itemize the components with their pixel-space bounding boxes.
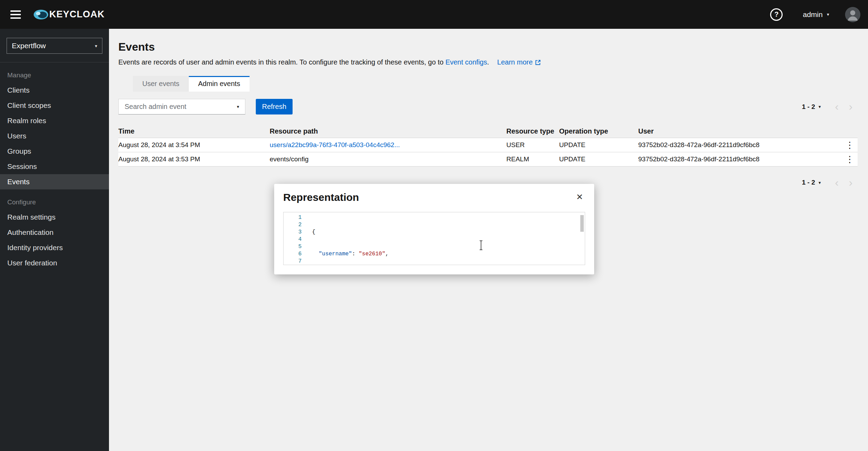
- table-row: August 28, 2024 at 3:54 PM users/a22bc99…: [118, 138, 858, 152]
- keycloak-logo-icon: [33, 7, 51, 22]
- line-number: 6: [284, 250, 302, 258]
- line-number: 7: [284, 258, 302, 265]
- previous-page-button[interactable]: ‹: [830, 176, 844, 189]
- chevron-down-icon[interactable]: ▾: [818, 104, 821, 109]
- sidebar-item-client-scopes[interactable]: Client scopes: [0, 98, 109, 113]
- sidebar-item-user-federation[interactable]: User federation: [0, 255, 109, 271]
- user-menu-label: admin: [803, 10, 823, 19]
- keycloak-logo: KEYCLOAK: [33, 7, 105, 22]
- brand-wordmark: KEYCLOAK: [49, 9, 105, 20]
- code-line: {: [312, 229, 585, 236]
- toolbar: Search admin event ▾ Refresh 1 - 2 ▾ ‹ ›: [118, 99, 858, 114]
- sidebar-item-users[interactable]: Users: [0, 128, 109, 144]
- chevron-down-icon[interactable]: ▾: [818, 180, 821, 185]
- description-text: Events are records of user and admin eve…: [118, 58, 445, 66]
- column-header-resource-path: Resource path: [270, 127, 506, 135]
- admin-events-table: Time Resource path Resource type Operati…: [118, 125, 858, 167]
- line-numbers: 1 2 3 4 5 6 7: [284, 212, 306, 265]
- code-editor[interactable]: 1 2 3 4 5 6 7 { "username": "se2610", "e…: [283, 212, 585, 265]
- learn-more-link[interactable]: Learn more: [497, 58, 541, 66]
- main-content: Events Events are records of user and ad…: [109, 29, 868, 189]
- chevron-down-icon: ▾: [827, 12, 829, 17]
- avatar[interactable]: [845, 7, 860, 22]
- refresh-button[interactable]: Refresh: [256, 99, 293, 114]
- pagination-range[interactable]: 1 - 2: [802, 103, 815, 111]
- cell-time: August 28, 2024 at 3:54 PM: [118, 141, 270, 149]
- column-header-resource-type: Resource type: [506, 127, 559, 135]
- line-number: 4: [284, 236, 302, 243]
- page-description: Events are records of user and admin eve…: [118, 58, 858, 66]
- previous-page-button[interactable]: ‹: [830, 100, 844, 114]
- column-header-operation-type: Operation type: [559, 127, 638, 135]
- code-line: "username": "se2610",: [312, 250, 585, 258]
- learn-more-label: Learn more: [497, 58, 533, 66]
- chevron-down-icon: ▾: [237, 104, 239, 109]
- help-glyph: ?: [774, 10, 778, 18]
- sidebar-item-realm-roles[interactable]: Realm roles: [0, 113, 109, 128]
- text-cursor-icon: [478, 240, 484, 250]
- line-number: 3: [284, 229, 302, 236]
- nav-toggle-icon[interactable]: [8, 8, 24, 22]
- page-title: Events: [118, 41, 858, 53]
- realm-selector[interactable]: Expertflow ▾: [7, 38, 102, 54]
- kebab-menu-icon[interactable]: ⋮: [845, 155, 854, 164]
- sidebar-item-clients[interactable]: Clients: [0, 83, 109, 98]
- sidebar-item-sessions[interactable]: Sessions: [0, 159, 109, 174]
- close-icon[interactable]: ✕: [573, 190, 587, 204]
- pagination-range[interactable]: 1 - 2: [802, 179, 815, 186]
- table-row: August 28, 2024 at 3:53 PM events/config…: [118, 152, 858, 167]
- sidebar: Expertflow ▾ Manage Clients Client scope…: [0, 29, 109, 451]
- nav-section-configure: Configure Realm settings Authentication …: [0, 198, 109, 271]
- next-page-button[interactable]: ›: [844, 176, 858, 189]
- nav-section-title: Manage: [7, 71, 109, 79]
- search-admin-event-select[interactable]: Search admin event ▾: [118, 99, 245, 114]
- sidebar-item-authentication[interactable]: Authentication: [0, 225, 109, 240]
- realm-selector-wrap: Expertflow ▾: [0, 29, 109, 62]
- cell-operation-type: UPDATE: [559, 141, 638, 149]
- resource-path-link[interactable]: users/a22bc99a-76f3-470f-a503-04c4c962..…: [270, 141, 506, 149]
- cell-resource-path: events/config: [270, 155, 506, 163]
- column-header-time: Time: [118, 127, 270, 135]
- modal-title: Representation: [283, 192, 359, 203]
- tabs: User events Admin events: [133, 76, 858, 92]
- next-page-button[interactable]: ›: [844, 100, 858, 114]
- pagination-top: 1 - 2 ▾ ‹ ›: [802, 100, 858, 114]
- code-content: { "username": "se2610", "enabled": true,…: [306, 212, 585, 265]
- tab-admin-events[interactable]: Admin events: [189, 76, 250, 92]
- sidebar-item-realm-settings[interactable]: Realm settings: [0, 210, 109, 225]
- kebab-menu-icon[interactable]: ⋮: [845, 141, 854, 150]
- pagination-bottom: 1 - 2 ▾ ‹ ›: [802, 176, 858, 189]
- representation-modal: Representation ✕ 1 2 3 4 5 6 7 { "userna…: [274, 184, 594, 274]
- cell-time: August 28, 2024 at 3:53 PM: [118, 155, 270, 163]
- scrollbar-thumb[interactable]: [580, 215, 584, 232]
- cell-user: 93752b02-d328-472a-96df-2211d9cf6bc8: [638, 155, 842, 163]
- user-menu[interactable]: admin ▾: [803, 10, 829, 19]
- table-header-row: Time Resource path Resource type Operati…: [118, 125, 858, 138]
- line-number: 1: [284, 214, 302, 221]
- column-header-user: User: [638, 127, 842, 135]
- topbar-actions: ? admin ▾: [770, 7, 868, 22]
- sidebar-item-events[interactable]: Events: [0, 174, 109, 189]
- help-icon[interactable]: ?: [770, 8, 783, 21]
- tab-user-events[interactable]: User events: [133, 76, 189, 92]
- chevron-down-icon: ▾: [95, 44, 97, 48]
- nav-section-title: Configure: [7, 198, 109, 206]
- realm-selector-value: Expertflow: [12, 42, 46, 50]
- description-period: .: [487, 58, 489, 66]
- event-configs-link[interactable]: Event configs: [445, 58, 487, 66]
- line-number: 5: [284, 243, 302, 250]
- cell-resource-type: USER: [506, 141, 559, 149]
- cell-operation-type: UPDATE: [559, 155, 638, 163]
- line-number: 2: [284, 221, 302, 229]
- cell-user: 93752b02-d328-472a-96df-2211d9cf6bc8: [638, 141, 842, 149]
- nav-section-manage: Manage Clients Client scopes Realm roles…: [0, 71, 109, 189]
- search-placeholder: Search admin event: [125, 103, 186, 111]
- external-link-icon: [535, 59, 541, 66]
- cell-resource-type: REALM: [506, 155, 559, 163]
- top-bar: KEYCLOAK ? admin ▾: [0, 0, 868, 29]
- avatar-person-icon: [845, 7, 860, 22]
- sidebar-item-identity-providers[interactable]: Identity providers: [0, 240, 109, 255]
- sidebar-item-groups[interactable]: Groups: [0, 144, 109, 159]
